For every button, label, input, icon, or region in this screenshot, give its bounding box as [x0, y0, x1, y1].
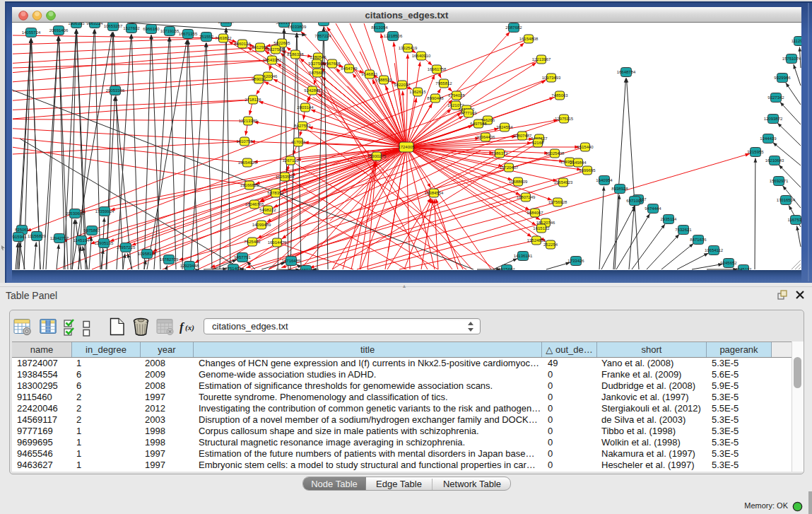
svg-text:9245652: 9245652	[720, 261, 737, 265]
svg-text:17016504: 17016504	[777, 198, 796, 202]
svg-text:1112904: 1112904	[792, 39, 801, 43]
svg-text:15720407: 15720407	[500, 165, 519, 170]
svg-text:16154808: 16154808	[519, 37, 539, 41]
svg-text:8712021: 8712021	[315, 23, 332, 23]
svg-text:20530646: 20530646	[66, 211, 85, 216]
svg-text:12213389: 12213389	[239, 119, 258, 123]
svg-text:9063224: 9063224	[86, 23, 103, 25]
svg-text:19756928: 19756928	[548, 200, 567, 204]
svg-text:16046765: 16046765	[245, 202, 264, 206]
svg-text:5878352: 5878352	[267, 191, 284, 195]
svg-text:1615132: 1615132	[533, 226, 550, 230]
svg-text:9457791: 9457791	[234, 255, 251, 259]
svg-text:19166825: 19166825	[240, 183, 259, 187]
svg-text:9684067: 9684067	[526, 211, 543, 215]
svg-text:2935114: 2935114	[661, 217, 678, 221]
svg-text:751552: 751552	[199, 35, 214, 39]
svg-text:2718126: 2718126	[245, 98, 261, 102]
svg-text:9329966: 9329966	[774, 76, 791, 80]
svg-text:7955812: 7955812	[435, 81, 452, 86]
svg-text:f: f	[180, 320, 185, 334]
svg-text:8912954: 8912954	[252, 45, 269, 49]
svg-text:9242845: 9242845	[304, 88, 321, 93]
svg-text:7857224: 7857224	[314, 34, 331, 38]
svg-text:17957225: 17957225	[117, 245, 136, 250]
svg-text:20364436: 20364436	[476, 135, 495, 139]
svg-text:3215955: 3215955	[747, 150, 764, 154]
svg-text:1145194: 1145194	[73, 238, 90, 243]
svg-text:16543382: 16543382	[263, 58, 282, 62]
svg-text:9777169: 9777169	[460, 111, 477, 115]
svg-text:16033809: 16033809	[288, 25, 307, 29]
svg-text:11353594: 11353594	[276, 175, 295, 179]
svg-text:3267110: 3267110	[283, 158, 300, 163]
svg-text:10025438: 10025438	[546, 151, 565, 156]
svg-text:16782759: 16782759	[160, 257, 179, 262]
svg-text:2967608: 2967608	[324, 62, 341, 66]
svg-text:8938928: 8938928	[611, 187, 628, 191]
svg-text:15692971: 15692971	[770, 179, 789, 183]
svg-text:3824554: 3824554	[496, 125, 513, 129]
svg-text:12213967: 12213967	[532, 57, 551, 62]
svg-text:15300275: 15300275	[367, 154, 387, 158]
svg-text:10958107: 10958107	[138, 252, 157, 256]
svg-text:7986372: 7986372	[491, 151, 508, 156]
svg-text:19654925: 19654925	[238, 160, 257, 165]
svg-text:19654923: 19654923	[554, 180, 573, 185]
svg-text:417004: 417004	[291, 140, 306, 144]
svg-text:1280546: 1280546	[310, 55, 326, 59]
svg-text:12905135: 12905135	[95, 241, 114, 245]
svg-text:1035267: 1035267	[218, 23, 235, 24]
svg-text:989012: 989012	[252, 77, 266, 81]
svg-text:2549844: 2549844	[570, 160, 587, 165]
svg-text:16961758: 16961758	[428, 67, 447, 71]
svg-text:10653267: 10653267	[104, 24, 123, 28]
svg-text:6966160: 6966160	[143, 27, 160, 31]
svg-text:1733426: 1733426	[567, 259, 584, 263]
svg-text:6497568: 6497568	[470, 122, 487, 126]
svg-text:835061: 835061	[15, 228, 30, 232]
svg-text:1724005: 1724005	[398, 145, 415, 149]
svg-text:1527602: 1527602	[123, 26, 140, 30]
svg-text:6794028: 6794028	[448, 93, 465, 98]
svg-text:8660124: 8660124	[234, 42, 251, 46]
svg-text:9146821: 9146821	[361, 72, 378, 76]
svg-text:9227342: 9227342	[767, 95, 784, 100]
svg-text:1906355: 1906355	[68, 23, 85, 25]
svg-text:20691406: 20691406	[49, 28, 69, 33]
svg-text:3915941: 3915941	[12, 235, 27, 239]
svg-text:62160: 62160	[532, 141, 544, 145]
svg-text:17359924: 17359924	[95, 209, 114, 214]
svg-text:15716485: 15716485	[282, 259, 301, 263]
svg-text:12923448: 12923448	[180, 264, 199, 268]
svg-text:5875685: 5875685	[309, 71, 326, 75]
svg-text:16648784: 16648784	[617, 70, 636, 74]
svg-text:8471676: 8471676	[690, 238, 707, 242]
svg-text:1010755: 1010755	[236, 139, 253, 144]
svg-text:12093872: 12093872	[764, 117, 783, 121]
svg-text:2087682: 2087682	[505, 25, 522, 30]
svg-text:9474444: 9474444	[645, 206, 661, 211]
svg-text:18807249: 18807249	[517, 195, 536, 199]
svg-text:16210643: 16210643	[765, 158, 784, 163]
svg-text:1362615: 1362615	[409, 90, 426, 94]
svg-text:16671355: 16671355	[179, 32, 198, 36]
svg-text:8813054: 8813054	[371, 25, 388, 30]
svg-text:10719155: 10719155	[160, 29, 180, 33]
svg-text:10973493: 10973493	[542, 76, 561, 80]
svg-text:1640954: 1640954	[596, 178, 613, 182]
svg-text:9975867: 9975867	[83, 228, 100, 233]
svg-text:1167533: 1167533	[788, 218, 801, 222]
svg-text:8186328: 8186328	[287, 52, 304, 57]
svg-text:6871002: 6871002	[626, 199, 643, 203]
svg-text:5822037: 5822037	[394, 83, 411, 87]
svg-text:12975115: 12975115	[555, 117, 574, 121]
svg-text:14055724: 14055724	[22, 30, 41, 35]
svg-text:1244419: 1244419	[760, 136, 777, 141]
svg-text:14099489: 14099489	[252, 223, 271, 227]
svg-text:10807487: 10807487	[513, 134, 532, 138]
svg-text:29053346: 29053346	[106, 88, 125, 93]
svg-text:7485063: 7485063	[551, 93, 568, 98]
svg-text:12218506: 12218506	[384, 34, 403, 38]
svg-text:9699695: 9699695	[579, 168, 596, 173]
